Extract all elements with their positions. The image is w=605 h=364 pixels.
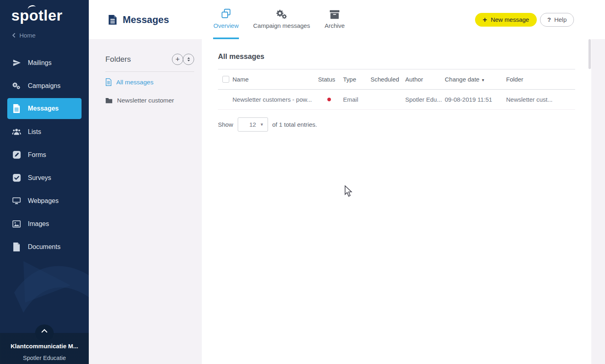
scrollbar-thumb[interactable] [588, 39, 591, 69]
add-folder-button[interactable]: + [172, 54, 183, 65]
show-label: Show [218, 121, 233, 128]
sidebar-item-campaigns[interactable]: Campaigns [0, 74, 89, 97]
tab-archive[interactable]: Archive [324, 0, 345, 39]
spotler-logo[interactable]: spotler [11, 8, 89, 23]
header-tabs: Overview Campaign messages Archive [214, 0, 345, 39]
table-row[interactable]: Newsletter customers - pow... Email Spot… [218, 90, 575, 110]
sort-desc-icon: ▾ [482, 77, 484, 82]
column-header-folder[interactable]: Folder [506, 76, 575, 83]
column-header-status[interactable]: Status [318, 76, 343, 83]
pagination: Show 12 ▼ of 1 total entries. [218, 117, 575, 132]
tab-overview[interactable]: Overview [214, 0, 239, 39]
new-message-button[interactable]: + New message [475, 13, 537, 27]
tab-label: Campaign messages [253, 22, 310, 29]
panel-heading: All messages [218, 52, 575, 61]
home-link[interactable]: Home [12, 32, 89, 39]
messages-list-panel: All messages Name Status Type Scheduled … [202, 39, 591, 364]
sort-arrows-icon [186, 56, 191, 62]
sidebar-item-label: Mailings [28, 59, 52, 67]
tab-label: Overview [214, 22, 239, 29]
file-text-icon [12, 104, 21, 113]
column-header-change-date[interactable]: Change date▾ [445, 76, 506, 83]
home-label: Home [19, 32, 36, 39]
top-header: Messages Overview Campaign messages Arch… [89, 0, 605, 39]
sidebar-item-messages[interactable]: Messages [7, 98, 82, 119]
folder-item-label: All messages [116, 79, 153, 86]
folders-divider [105, 71, 194, 72]
row-author: Spotler Edu... [405, 96, 445, 103]
file-text-icon [108, 15, 117, 25]
help-button[interactable]: ? Help [540, 13, 574, 27]
check-square-icon [12, 174, 21, 182]
sidebar-item-label: Lists [28, 128, 41, 136]
sidebar-item-surveys[interactable]: Surveys [0, 166, 89, 189]
folder-item-newsletter-customer[interactable]: Newsletter customer [105, 97, 202, 104]
row-name[interactable]: Newsletter customers - pow... [232, 96, 318, 103]
table-header-row: Name Status Type Scheduled Author Change… [218, 69, 575, 90]
logo-text: sp [11, 7, 29, 24]
file-text-icon [105, 78, 112, 86]
select-all-checkbox[interactable] [222, 76, 229, 83]
paper-plane-icon [12, 59, 21, 67]
header-actions: + New message ? Help [475, 0, 574, 39]
row-type: Email [343, 96, 371, 103]
sidebar-item-webpages[interactable]: Webpages [0, 189, 89, 212]
sidebar: spotler Home Mailings Campaigns Messages [0, 0, 89, 364]
document-icon [12, 243, 21, 251]
question-mark-icon: ? [547, 16, 551, 23]
tab-campaign-messages[interactable]: Campaign messages [253, 0, 310, 39]
image-icon [12, 220, 21, 228]
sort-folders-button[interactable] [183, 54, 194, 65]
sidebar-item-label: Images [28, 220, 49, 228]
sidebar-item-documents[interactable]: Documents [0, 235, 89, 258]
account-section: Klantcommunicatie M... Spotler Educatie [0, 333, 89, 364]
sidebar-item-label: Surveys [28, 174, 51, 182]
folder-icon [105, 98, 113, 104]
sidebar-item-label: Forms [28, 151, 46, 159]
row-change-date: 09-08-2019 11:51 [445, 96, 506, 103]
account-organization: Spotler Educatie [0, 355, 89, 361]
sidebar-watermark-swoosh [0, 248, 89, 333]
plus-icon: + [483, 16, 487, 23]
row-folder: Newsletter cust... [506, 96, 575, 103]
column-header-author[interactable]: Author [405, 76, 445, 83]
archive-box-icon [329, 8, 340, 19]
sidebar-item-label: Webpages [28, 197, 59, 205]
messages-table: Name Status Type Scheduled Author Change… [218, 69, 575, 110]
column-header-name[interactable]: Name [232, 76, 318, 83]
users-icon [12, 128, 21, 136]
status-dot-red [327, 98, 331, 101]
folder-item-label: Newsletter customer [117, 97, 174, 104]
select-caret-icon: ▼ [260, 122, 264, 127]
total-entries-label: of 1 total entries. [272, 121, 317, 128]
folders-title: Folders [105, 55, 172, 64]
sidebar-item-label: Documents [28, 243, 61, 251]
sidebar-nav: Mailings Campaigns Messages Lists Forms [0, 51, 89, 258]
chevron-up-icon[interactable] [41, 327, 48, 335]
folder-item-all-messages[interactable]: All messages [105, 78, 202, 86]
sidebar-item-label: Messages [28, 105, 59, 112]
gears-icon [12, 82, 21, 90]
tab-label: Archive [324, 22, 345, 29]
folders-panel: Folders + All messages Newsletter custom… [89, 39, 202, 364]
monitor-icon [12, 197, 21, 205]
main-area: Messages Overview Campaign messages Arch… [89, 0, 605, 364]
pencil-square-icon [12, 151, 21, 159]
content-row: Folders + All messages Newsletter custom… [89, 39, 605, 364]
overlapping-squares-icon [220, 8, 232, 19]
sidebar-item-mailings[interactable]: Mailings [0, 51, 89, 74]
sidebar-item-label: Campaigns [28, 82, 61, 90]
chevron-left-icon [12, 33, 16, 38]
gears-icon [276, 8, 287, 19]
page-size-select[interactable]: 12 ▼ [238, 117, 268, 132]
sidebar-item-forms[interactable]: Forms [0, 143, 89, 166]
column-header-type[interactable]: Type [343, 76, 371, 83]
column-header-scheduled[interactable]: Scheduled [371, 76, 405, 83]
sidebar-item-images[interactable]: Images [0, 212, 89, 235]
sidebar-item-lists[interactable]: Lists [0, 120, 89, 143]
page-title: Messages [108, 0, 169, 39]
account-name[interactable]: Klantcommunicatie M... [0, 343, 89, 349]
